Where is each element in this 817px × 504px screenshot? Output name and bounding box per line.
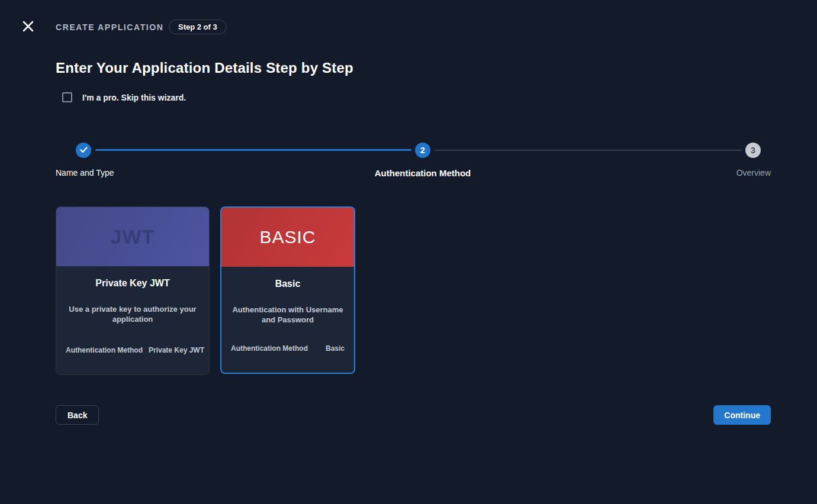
step-3-number: 3 [751,146,755,155]
basic-card-footer: Authentication Method Basic [231,344,345,353]
close-button[interactable] [20,20,36,35]
jwt-card-banner: JWT [56,207,209,266]
jwt-footer-label: Authentication Method [66,346,143,354]
basic-card-description: Authentication with Username and Passwor… [231,305,345,325]
basic-card-title: Basic [275,279,301,289]
step-2-number: 2 [420,146,425,155]
jwt-card-body: Private Key JWT Use a private key to aut… [56,266,209,374]
skip-wizard-label: I'm a pro. Skip this wizard. [82,93,186,102]
wizard-header-title: CREATE APPLICATION [56,22,164,32]
continue-button[interactable]: Continue [713,405,771,425]
back-button[interactable]: Back [56,405,99,425]
jwt-footer-value: Private Key JWT [149,346,204,354]
jwt-card-footer: Authentication Method Private Key JWT [66,346,200,354]
step-1-label: Name and Type [56,168,114,177]
skip-wizard-checkbox[interactable] [62,92,72,102]
basic-card-banner: BASIC [221,208,354,267]
step-3-indicator[interactable]: 3 [745,143,761,158]
auth-method-card-basic[interactable]: BASIC Basic Authentication with Username… [220,206,355,374]
jwt-card-description: Use a private key to authorize your appl… [66,304,200,324]
check-icon [80,146,88,155]
stepper-connector-completed [95,149,411,151]
step-3-label: Overview [736,168,771,177]
basic-banner-text: BASIC [259,227,316,247]
create-application-wizard: CREATE APPLICATION Step 2 of 3 Enter You… [0,0,817,504]
step-2-indicator[interactable]: 2 [415,143,430,158]
basic-footer-label: Authentication Method [231,344,308,353]
stepper-connector-upcoming [435,150,742,151]
skip-wizard-checkbox-row[interactable]: I'm a pro. Skip this wizard. [62,92,186,102]
jwt-card-title: Private Key JWT [95,278,169,289]
auth-method-card-private-key-jwt[interactable]: JWT Private Key JWT Use a private key to… [56,206,210,375]
step-progress-badge: Step 2 of 3 [169,20,227,34]
page-title: Enter Your Application Details Step by S… [56,60,353,76]
basic-footer-value: Basic [326,344,345,353]
step-1-indicator[interactable] [76,143,91,158]
step-2-label: Authentication Method [375,168,471,178]
jwt-banner-text: JWT [111,225,155,248]
x-close-icon [22,21,34,34]
basic-card-body: Basic Authentication with Username and P… [221,267,354,373]
